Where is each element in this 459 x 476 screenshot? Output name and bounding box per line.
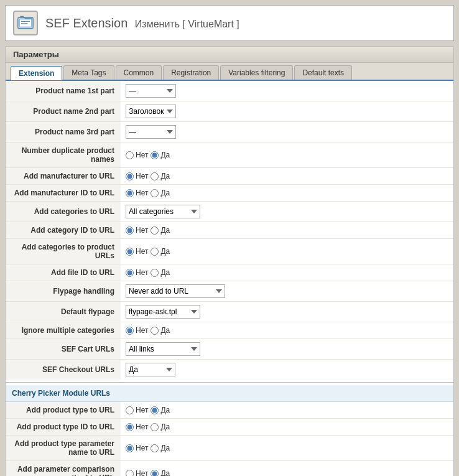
radio-add-manufacturer-url-yes[interactable] xyxy=(151,172,159,180)
radio-add-file-id-url-yes[interactable] xyxy=(151,269,159,277)
label-add-parameter-comparison-method-url: Add parameter comparison method to URL xyxy=(6,461,121,477)
radio-group-ignore-multiple-categories: Нет Да xyxy=(126,326,448,335)
label-number-duplicate: Number duplicate product names xyxy=(6,142,121,168)
radio-add-category-id-url-no[interactable] xyxy=(126,226,134,235)
row-add-parameter-comparison-method-url: Add parameter comparison method to URL Н… xyxy=(6,461,453,477)
row-add-product-type-param-name-url: Add product type parameter name to URL Н… xyxy=(6,436,453,461)
row-add-categories-product-urls: Add categories to product URLs Нет Да xyxy=(6,239,453,264)
radio-add-product-type-url-yes[interactable] xyxy=(151,406,159,414)
field-add-product-type-id-url: Нет Да xyxy=(121,419,453,436)
field-number-duplicate: Нет Да xyxy=(121,142,453,168)
field-add-categories-product-urls: Нет Да xyxy=(121,239,453,264)
label-product-name-1st: Product name 1st part xyxy=(6,81,121,101)
page-header: SEF Extension Изменить [ VirtueMart ] xyxy=(5,5,454,41)
radio-add-product-type-param-name-url-no[interactable] xyxy=(126,444,134,452)
radio-ignore-multiple-categories-yes[interactable] xyxy=(151,327,159,335)
radio-add-parameter-comparison-method-url-no[interactable] xyxy=(126,470,134,477)
radio-group-add-product-type-url: Нет Да xyxy=(126,406,448,414)
label-ignore-multiple-categories: Ignore multiple categories xyxy=(6,322,121,339)
label-product-name-2nd: Product name 2nd part xyxy=(6,101,121,122)
row-product-name-2nd: Product name 2nd part — Заголовок Артику… xyxy=(6,101,453,122)
radio-add-categories-product-urls-no[interactable] xyxy=(126,248,134,256)
field-add-categories-url: All categories None First Last xyxy=(121,202,453,222)
radio-add-manufacturer-id-url-no[interactable] xyxy=(126,189,134,197)
radio-add-category-id-url-no-label[interactable]: Нет xyxy=(126,226,148,235)
radio-group-add-parameter-comparison-method-url: Нет Да xyxy=(126,469,448,476)
radio-add-categories-product-urls-yes-label[interactable]: Да xyxy=(151,247,170,256)
radio-group-number-duplicate: Нет Да xyxy=(126,151,448,159)
radio-add-product-type-url-yes-label[interactable]: Да xyxy=(151,406,170,414)
row-product-name-1st: Product name 1st part — Заголовок Артику… xyxy=(6,81,453,101)
radio-add-manufacturer-url-yes-label[interactable]: Да xyxy=(151,172,170,180)
tab-common[interactable]: Common xyxy=(116,65,162,80)
tab-meta-tags[interactable]: Meta Tags xyxy=(63,65,114,80)
radio-add-file-id-url-yes-label[interactable]: Да xyxy=(151,268,170,277)
label-product-name-3rd: Product name 3rd part xyxy=(6,122,121,142)
select-add-categories-url[interactable]: All categories None First Last xyxy=(126,205,200,218)
radio-ignore-multiple-categories-no-label[interactable]: Нет xyxy=(126,326,148,335)
radio-add-manufacturer-id-url-yes[interactable] xyxy=(151,189,159,197)
radio-add-category-id-url-yes-label[interactable]: Да xyxy=(151,226,170,235)
radio-add-product-type-param-name-url-no-label[interactable]: Нет xyxy=(126,444,148,452)
label-sef-checkout-urls: SEF Checkout URLs xyxy=(6,360,121,380)
radio-add-product-type-id-url-no-label[interactable]: Нет xyxy=(126,422,148,431)
parameters-panel: Параметры Extension Meta Tags Common Reg… xyxy=(5,46,454,476)
radio-add-file-id-url-no[interactable] xyxy=(126,269,134,277)
radio-add-parameter-comparison-method-url-no-label[interactable]: Нет xyxy=(126,469,148,476)
select-product-name-1st[interactable]: — Заголовок Артикул xyxy=(126,84,176,98)
radio-add-product-type-param-name-url-yes[interactable] xyxy=(151,444,159,452)
radio-group-add-category-id-url: Нет Да xyxy=(126,226,448,235)
field-flypage-handling: Never add to URL Always add to URL Add i… xyxy=(121,281,453,302)
radio-add-manufacturer-id-url-yes-label[interactable]: Да xyxy=(151,189,170,197)
field-add-category-id-url: Нет Да xyxy=(121,222,453,239)
radio-number-duplicate-yes[interactable] xyxy=(151,151,159,159)
radio-ignore-multiple-categories-yes-label[interactable]: Да xyxy=(151,326,170,335)
radio-number-duplicate-no[interactable] xyxy=(126,151,134,159)
radio-add-product-type-url-no[interactable] xyxy=(126,406,134,414)
row-sef-cart-urls: SEF Cart URLs All links No links Some li… xyxy=(6,339,453,360)
radio-group-add-product-type-param-name-url: Нет Да xyxy=(126,444,448,452)
radio-add-categories-product-urls-no-label[interactable]: Нет xyxy=(126,247,148,256)
field-add-manufacturer-url: Нет Да xyxy=(121,168,453,185)
label-default-flypage: Default flypage xyxy=(6,302,121,322)
tab-extension[interactable]: Extension xyxy=(11,66,62,80)
select-sef-checkout-urls[interactable]: Да Нет xyxy=(126,363,175,376)
field-product-name-3rd: — Заголовок Артикул xyxy=(121,122,453,142)
page-wrapper: SEF Extension Изменить [ VirtueMart ] Па… xyxy=(0,0,459,476)
radio-add-categories-product-urls-yes[interactable] xyxy=(151,248,159,256)
radio-add-product-type-id-url-yes-label[interactable]: Да xyxy=(151,422,170,431)
radio-add-parameter-comparison-method-url-yes[interactable] xyxy=(151,470,159,477)
radio-add-product-type-param-name-url-yes-label[interactable]: Да xyxy=(151,444,170,452)
tab-default-texts[interactable]: Default texts xyxy=(294,65,352,80)
svg-rect-1 xyxy=(19,19,31,27)
radio-add-manufacturer-url-no-label[interactable]: Нет xyxy=(126,172,148,180)
tabs-row: Extension Meta Tags Common Registration … xyxy=(6,63,453,81)
select-product-name-3rd[interactable]: — Заголовок Артикул xyxy=(126,125,176,139)
select-sef-cart-urls[interactable]: All links No links Some links xyxy=(126,342,200,356)
radio-add-product-type-id-url-no[interactable] xyxy=(126,423,134,431)
radio-add-file-id-url-no-label[interactable]: Нет xyxy=(126,268,148,277)
radio-add-product-type-id-url-yes[interactable] xyxy=(151,423,159,431)
radio-number-duplicate-yes-label[interactable]: Да xyxy=(151,151,170,159)
field-add-product-type-url: Нет Да xyxy=(121,402,453,419)
radio-add-product-type-url-no-label[interactable]: Нет xyxy=(126,406,148,414)
tab-registration[interactable]: Registration xyxy=(163,65,219,80)
radio-group-add-product-type-id-url: Нет Да xyxy=(126,422,448,431)
tab-variables-filtering[interactable]: Variables filtering xyxy=(220,65,293,80)
radio-add-category-id-url-yes[interactable] xyxy=(151,226,159,235)
cherry-picker-section-label: Cherry Picker Module URLs xyxy=(6,385,453,402)
field-add-product-type-param-name-url: Нет Да xyxy=(121,436,453,461)
field-sef-cart-urls: All links No links Some links xyxy=(121,339,453,360)
label-add-category-id-url: Add category ID to URL xyxy=(6,222,121,239)
select-product-name-2nd[interactable]: — Заголовок Артикул xyxy=(126,105,176,118)
radio-ignore-multiple-categories-no[interactable] xyxy=(126,327,134,335)
radio-add-parameter-comparison-method-url-yes-label[interactable]: Да xyxy=(151,469,170,476)
label-add-file-id-url: Add file ID to URL xyxy=(6,264,121,281)
radio-add-manufacturer-id-url-no-label[interactable]: Нет xyxy=(126,189,148,197)
select-flypage-handling[interactable]: Never add to URL Always add to URL Add i… xyxy=(126,284,225,298)
field-default-flypage: flypage-ask.tpl flypage.tpl flypage2.tpl xyxy=(121,302,453,322)
tab-content: Product name 1st part — Заголовок Артику… xyxy=(6,81,453,476)
select-default-flypage[interactable]: flypage-ask.tpl flypage.tpl flypage2.tpl xyxy=(126,305,200,319)
radio-add-manufacturer-url-no[interactable] xyxy=(126,172,134,180)
radio-number-duplicate-no-label[interactable]: Нет xyxy=(126,151,148,159)
